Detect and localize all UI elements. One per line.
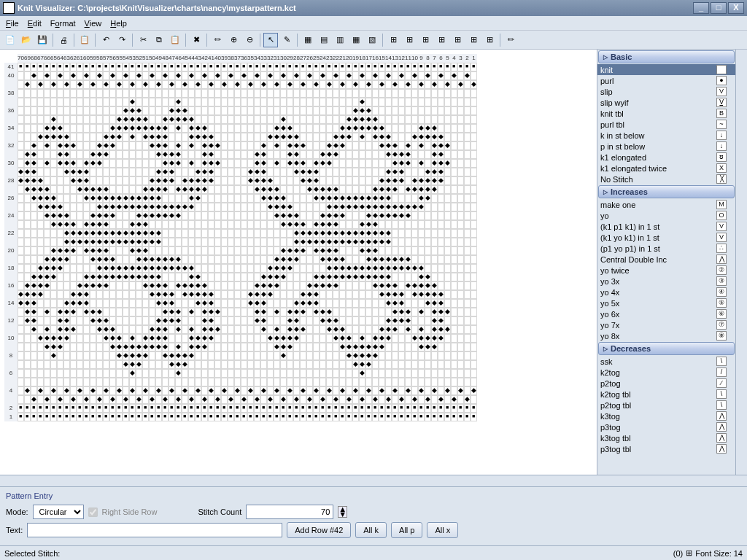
stitch-item[interactable]: k2tog/ [597,367,735,378]
stitch-item[interactable]: ssk\ [597,356,735,367]
copy-icon[interactable]: ⧉ [152,33,166,47]
close-button[interactable]: X [728,2,744,14]
stitch-item[interactable]: k1 elongatedʊ [597,152,735,163]
grid5-icon[interactable]: ⊞ [450,33,465,47]
stitch-item[interactable]: yo 3x③ [597,276,735,287]
remove-icon[interactable]: ⊖ [242,33,257,47]
menu-format[interactable]: Format [46,18,80,29]
grid1-icon[interactable]: ⊞ [386,33,400,47]
stitch-item[interactable]: make oneM [597,199,735,210]
menu-help[interactable]: Help [106,18,131,29]
stitch-item[interactable]: k3tog⋀ [597,411,735,421]
stitch-item[interactable]: yo 8x⑧ [597,330,735,341]
add-row-button[interactable]: Add Row #42 [287,522,351,538]
align3-icon[interactable]: ▥ [333,33,347,47]
stitch-name: yo 3x [600,277,619,286]
stitch-item[interactable]: p3tog tbl⋀ [597,443,735,454]
grid3-icon[interactable]: ⊞ [418,33,433,47]
group-header[interactable]: ▷Basic [598,50,735,63]
stitch-item[interactable]: k in st below↓ [597,130,735,141]
group-header[interactable]: ▷Increases [598,185,735,198]
stitch-symbol: V̲ [716,98,727,107]
stitch-name: yo 8x [600,332,619,341]
text-label: Text: [6,526,23,534]
stitch-item[interactable]: p3tog⋀ [597,421,735,432]
redo-icon[interactable]: ↷ [115,33,129,47]
stitch-item[interactable]: yo 4x④ [597,287,735,298]
stitch-name: yo twice [600,266,630,275]
stitch-item[interactable]: purl● [597,75,735,86]
stitch-symbol: ⋀ [716,254,727,264]
delete-icon[interactable]: ✖ [189,33,204,47]
open-icon[interactable]: 📂 [19,33,34,47]
grid4-icon[interactable]: ⊞ [434,33,449,47]
align4-icon[interactable]: ▦ [349,33,363,47]
stitch-item[interactable]: (k1 p1 k1) in 1 stV [597,221,735,232]
align2-icon[interactable]: ▤ [317,33,331,47]
stitch-item[interactable]: p in st below↓ [597,141,735,152]
stitch-item[interactable]: slip wyifV̲ [597,97,735,108]
stitch-item[interactable]: (k1 yo k1) in 1 stV [597,232,735,243]
stitch-symbol: ∴ [716,244,727,253]
stitch-item[interactable]: yo 7x⑦ [597,319,735,330]
stitch-name: yo 7x [600,321,619,330]
stitch-item[interactable]: yo twice② [597,265,735,276]
menu-edit[interactable]: Edit [23,18,46,29]
allk-button[interactable]: All k [355,522,387,538]
pencil-icon[interactable]: ✏ [210,33,225,47]
stitch-symbol: ③ [716,276,727,286]
menu-view[interactable]: View [80,18,107,29]
spinner-down-icon[interactable]: ▼ [338,512,347,517]
stitch-count-input[interactable] [246,505,333,519]
stitch-item[interactable]: p2tog tbl\ [597,400,735,411]
new-icon[interactable]: 📄 [3,33,18,47]
text-input[interactable] [27,523,282,537]
print-icon[interactable]: 🖨 [56,33,71,47]
maximize-button[interactable]: □ [711,2,727,14]
grid2-icon[interactable]: ⊞ [402,33,417,47]
allp-button[interactable]: All p [391,522,422,538]
stitch-item[interactable]: (p1 yo p1) in 1 st∴ [597,243,735,254]
cut-icon[interactable]: ✂ [136,33,150,47]
save-icon[interactable]: 💾 [35,33,50,47]
undo-icon[interactable]: ↶ [98,33,113,47]
stitch-item[interactable]: yo 5x⑤ [597,298,735,308]
align1-icon[interactable]: ▦ [301,33,315,47]
stitch-name: k1 elongated [600,153,646,162]
allx-button[interactable]: All x [427,522,458,538]
chart-area[interactable]: 7069686766656463626160595857565554535251… [0,50,597,475]
stitch-item[interactable]: knit tblB [597,108,735,119]
doc-icon[interactable]: 📋 [77,33,92,47]
stitch-symbol: \ [716,400,727,410]
stitch-item[interactable]: slipV [597,86,735,97]
scrollbar-horizontal[interactable] [0,475,747,486]
group-header[interactable]: ▷Decreases [598,342,735,355]
stitch-item[interactable]: purl tbl~ [597,119,735,130]
align5-icon[interactable]: ▧ [365,33,379,47]
stitch-item[interactable]: Central Double Inc⋀ [597,254,735,265]
stitch-symbol: X [716,163,727,173]
stitch-item[interactable]: k1 elongated twiceX [597,163,735,174]
insert-icon[interactable]: ⊕ [226,33,241,47]
stitch-item[interactable]: k3tog tbl⋀ [597,432,735,443]
chevron-right-icon: ▷ [603,54,608,61]
menu-file[interactable]: File [1,18,23,29]
edit-icon[interactable]: ✎ [279,33,294,47]
stitch-item[interactable]: knit [597,64,735,75]
pointer-icon[interactable]: ↖ [263,33,278,47]
mode-select[interactable]: Circular [33,505,84,519]
stitch-item[interactable]: yoO [597,210,735,221]
scrollbar-vertical[interactable] [735,50,747,475]
minimize-button[interactable]: _ [693,2,709,14]
paste-icon[interactable]: 📋 [168,33,182,47]
grid7-icon[interactable]: ⊞ [482,33,497,47]
grid6-icon[interactable]: ⊞ [466,33,481,47]
stitch-item[interactable]: k2tog tbl\ [597,389,735,400]
stitch-name: k3tog tbl [600,434,631,443]
stitch-item[interactable]: p2tog∕ [597,378,735,389]
stitch-symbol: ⋀ [716,444,727,454]
color-icon[interactable]: ✏ [503,33,518,47]
stitch-item[interactable]: No Stitch╳ [597,174,735,184]
stitch-name: k2tog tbl [600,390,631,399]
stitch-item[interactable]: yo 6x⑥ [597,308,735,319]
